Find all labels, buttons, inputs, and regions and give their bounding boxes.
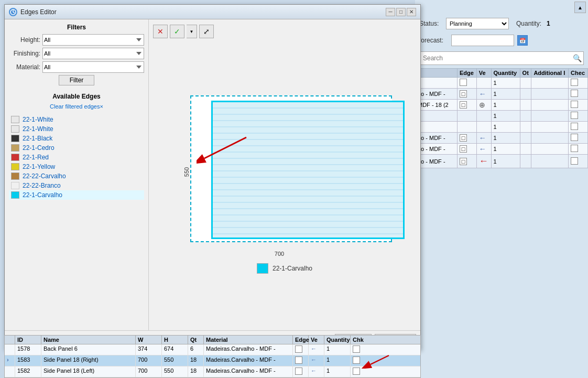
header-check: Chk (351, 336, 366, 344)
cell-check (569, 133, 588, 144)
height-select[interactable]: All (42, 34, 144, 46)
quantity-label: Quantity: (516, 20, 541, 27)
clear-filtered-link[interactable]: Clear filtered edges× (9, 103, 144, 110)
cell-quantity: 1 (491, 133, 520, 144)
edges-editor-dialog: Edges Editor ─ □ ✕ Filters Height: All F… (4, 4, 421, 350)
list-item[interactable]: 22-1-Carvalho (9, 190, 144, 200)
cell-ve (476, 78, 491, 89)
edge-checkbox[interactable] (460, 79, 467, 86)
cell-edge: □ (458, 133, 477, 144)
height-filter-row: Height: All (9, 34, 144, 46)
height-dimension-label: 550 (183, 167, 190, 176)
edge-cell-checkbox[interactable] (295, 368, 302, 375)
edge-checkbox[interactable]: □ (460, 134, 467, 142)
list-item[interactable]: 22-1-Black (9, 134, 144, 143)
list-item[interactable]: 22-1-Cedro (9, 143, 144, 153)
cell-edge (458, 78, 477, 89)
cell-ve: ← (309, 355, 324, 366)
scroll-top-bar: ▲ (415, 0, 588, 15)
row-checkbox[interactable] (571, 112, 578, 119)
title-bar: Edges Editor ─ □ ✕ (5, 5, 420, 19)
list-item[interactable]: 22-1-Red (9, 153, 144, 162)
row-checkbox[interactable] (571, 101, 578, 108)
edge-checkbox[interactable]: □ (460, 90, 467, 98)
list-item[interactable]: 22-1-White (9, 115, 144, 124)
row-checkbox[interactable] (571, 134, 578, 141)
app-icon (9, 8, 17, 16)
forecast-input[interactable] (451, 35, 514, 46)
list-item[interactable]: 22-22-Carvalho (9, 171, 144, 181)
cell-id: 1578 (15, 344, 41, 355)
bottom-parts-table: ID Name W H Qt Material Edge Ve Quantity… (4, 335, 421, 378)
cell-edge: □ (458, 155, 477, 168)
search-input[interactable] (420, 52, 571, 64)
edge-color-swatch (11, 144, 19, 152)
cell-w: 700 (136, 355, 162, 366)
row-checkbox[interactable] (571, 123, 578, 130)
cell-additional (531, 78, 569, 89)
row-checkbox[interactable] (571, 157, 578, 165)
cell-quantity: 1 (491, 78, 520, 89)
forecast-calendar-icon[interactable]: 📅 (517, 35, 528, 46)
selected-edge-color-box (257, 263, 268, 274)
cell-name (416, 122, 458, 133)
col-additional-header[interactable]: Additional I (531, 69, 569, 78)
cell-name: ho - MDF - (416, 89, 458, 100)
expand-button[interactable]: ⤢ (199, 25, 214, 38)
scroll-up-button[interactable]: ▲ (574, 2, 586, 13)
table-row: MDF - 18 (2 □ ⊕ 1 (416, 100, 588, 111)
cell-expand (5, 366, 15, 377)
cell-h: 550 (162, 366, 188, 377)
edge-checkbox[interactable]: □ (460, 158, 467, 165)
col-check-header[interactable]: Chec (569, 69, 588, 78)
edge-item-label: 22-1-Black (23, 135, 52, 142)
table-row-selected: › 1583 Side Panel 18 (Right) 700 550 18 … (5, 355, 420, 366)
minimize-button[interactable]: ─ (386, 8, 395, 16)
cell-quantity: 1 (491, 155, 520, 168)
cell-check (569, 144, 588, 155)
row-check-checkbox[interactable] (353, 368, 360, 375)
confirm-dropdown[interactable]: ▼ (187, 25, 197, 38)
cell-name: ho - MDF - (416, 144, 458, 155)
cell-qty: 6 (188, 344, 204, 355)
filter-button[interactable]: Filter (59, 75, 95, 85)
toolbar: ✕ ✓ ▼ ⤢ (153, 24, 416, 39)
dialog-title: Edges Editor (20, 8, 383, 16)
edge-checkbox[interactable]: □ (460, 101, 467, 109)
red-row-arrow (360, 353, 391, 370)
col-edge-header[interactable]: Edge (458, 69, 477, 78)
row-checkbox[interactable] (571, 145, 578, 152)
finishing-select[interactable]: All (42, 48, 144, 59)
material-filter-row: Material: All (9, 61, 144, 73)
row-checkbox[interactable] (571, 79, 578, 86)
row-checkbox[interactable] (571, 90, 578, 97)
col-quantity-header[interactable]: Quantity (491, 69, 520, 78)
list-item[interactable]: 22-1-White (9, 124, 144, 134)
cell-ve: ← (476, 133, 491, 144)
cell-h: 674 (162, 344, 188, 355)
search-icon[interactable]: 🔍 (571, 52, 583, 64)
edge-checkbox[interactable]: □ (460, 145, 467, 153)
row-check-checkbox[interactable] (353, 345, 360, 353)
edge-cell-checkbox[interactable] (295, 357, 302, 364)
edge-cell-checkbox[interactable] (295, 345, 302, 353)
material-select[interactable]: All (42, 61, 144, 73)
canvas-area: 700 550 22-1-Carvalho (153, 42, 416, 326)
col-ve-header[interactable]: Ve (476, 69, 491, 78)
edge-color-swatch (11, 135, 19, 142)
col-ot-header[interactable]: Ot (520, 69, 531, 78)
edge-item-label: 22-1-White (23, 116, 53, 123)
height-value: 550 (183, 167, 190, 176)
row-check-checkbox[interactable] (353, 357, 360, 364)
table-row: ho - MDF - □ ← 1 (416, 155, 588, 168)
close-button[interactable]: ✕ (407, 8, 416, 16)
status-select[interactable]: Planning (446, 18, 509, 29)
confirm-button[interactable]: ✓ (170, 25, 184, 38)
delete-button[interactable]: ✕ (153, 25, 168, 38)
list-item[interactable]: 22-22-Branco (9, 181, 144, 190)
cell-name: ho - MDF - (416, 133, 458, 144)
cell-material: Madeiras.Carvalho - MDF - (204, 366, 293, 377)
list-item[interactable]: 22-1-Yellow (9, 162, 144, 171)
maximize-button[interactable]: □ (396, 8, 406, 16)
edge-item-label: 22-1-White (23, 125, 53, 133)
